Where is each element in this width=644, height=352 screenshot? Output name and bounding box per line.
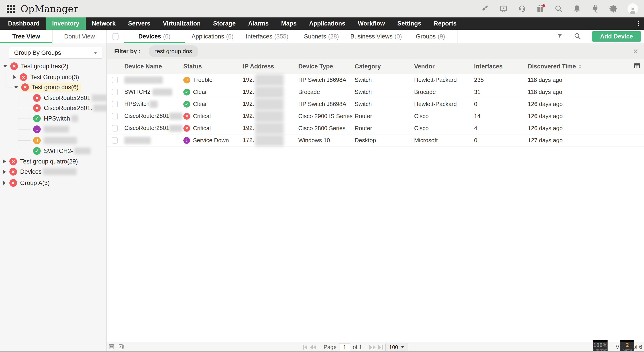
col-header-interfaces[interactable]: Interfaces (474, 63, 528, 70)
col-header-device-name[interactable]: Device Name (124, 63, 183, 70)
row-checkbox[interactable] (112, 101, 118, 107)
settings-gear-icon[interactable] (609, 4, 618, 13)
nav-applications[interactable]: Applications (303, 18, 352, 30)
col-header-discovered-time[interactable]: Discovered Time (528, 63, 634, 70)
caret-right-icon[interactable] (3, 170, 6, 174)
nav-maps[interactable]: Maps (275, 18, 303, 30)
gift-icon[interactable] (536, 4, 545, 13)
tree-item-test-group-uno[interactable]: × Test Group uno(3) (14, 72, 79, 82)
caret-right-icon[interactable] (3, 160, 6, 164)
gift-badge (542, 4, 545, 7)
tree-item-test-group-dos[interactable]: × Test group dos(6) (14, 82, 81, 92)
sort-icon[interactable] (578, 64, 582, 69)
demo-player-icon[interactable] (499, 4, 508, 13)
col-header-vendor[interactable]: Vendor (414, 63, 474, 70)
tree-item-device[interactable]: !! (33, 136, 77, 145)
cell-device-name[interactable] (124, 137, 183, 144)
export-excel-icon[interactable] (118, 344, 124, 351)
tree-item-device[interactable]: ✓ SWITCH2- (33, 146, 90, 156)
nav-workflow[interactable]: Workflow (352, 18, 391, 30)
nav-virtualization[interactable]: Virtualization (156, 18, 207, 30)
cell-discovered-time: 126 days ago (528, 101, 634, 108)
tab-devices[interactable]: Devices (6) (124, 30, 185, 43)
nav-overflow-kebab-icon[interactable] (635, 18, 642, 30)
notification-bell-icon[interactable] (572, 4, 582, 13)
tab-groups[interactable]: Groups (9) (404, 30, 458, 43)
row-checkbox[interactable] (112, 77, 118, 83)
alarms-count-overlay[interactable]: 2 Alarms (620, 340, 634, 352)
row-checkbox[interactable] (112, 113, 118, 120)
select-all-checkbox[interactable] (112, 33, 118, 40)
col-header-ip-address[interactable]: IP Address (243, 63, 298, 70)
global-search-icon[interactable] (554, 4, 563, 13)
tree-item-devices-group[interactable]: × Devices (3, 167, 76, 176)
tree-item-device[interactable]: × CiscoRouter2801. (33, 103, 110, 113)
caret-right-icon[interactable] (14, 75, 16, 79)
page-number-input[interactable] (339, 343, 350, 351)
cell-discovered-time: 127 days ago (528, 137, 634, 144)
filter-chip-test-group-dos[interactable]: test group dos (149, 46, 198, 57)
page-size-select[interactable]: 100 (385, 343, 408, 352)
table-row[interactable]: CiscoRouter2801 × Critical 192. Cisco 28… (107, 122, 644, 134)
nav-network[interactable]: Network (86, 18, 122, 30)
table-row[interactable]: ↓ Service Down 172. Windows 10 Desktop M… (107, 134, 644, 146)
cell-device-name[interactable]: CiscoRouter2801 (124, 124, 183, 132)
tab-applications[interactable]: Applications (6) (185, 30, 240, 43)
cell-category: Switch (355, 76, 414, 84)
caret-down-icon[interactable] (3, 65, 7, 68)
add-device-button[interactable]: Add Device (592, 31, 641, 42)
discovery-progress-overlay[interactable]: 100% Completed (593, 340, 608, 352)
tree-item-device[interactable]: ✓ HPSwitch (33, 114, 78, 123)
cell-device-name[interactable]: CiscoRouter2801 (124, 112, 183, 120)
tree-item-test-group-tres[interactable]: × Test group tres(2) (3, 62, 68, 71)
nav-reports[interactable]: Reports (428, 18, 463, 30)
caret-right-icon[interactable] (3, 181, 6, 185)
last-page-button[interactable] (378, 345, 382, 350)
column-chooser-icon[interactable] (634, 62, 644, 71)
next-page-button[interactable] (370, 345, 376, 350)
prev-page-button[interactable] (310, 345, 316, 350)
nav-inventory[interactable]: Inventory (46, 18, 86, 30)
user-avatar-icon[interactable] (628, 3, 638, 14)
support-headset-icon[interactable] (518, 4, 526, 13)
clear-status-icon: ✓ (33, 147, 41, 155)
app-grid-icon[interactable] (7, 5, 15, 13)
col-header-status[interactable]: Status (183, 63, 243, 70)
first-page-button[interactable] (303, 345, 307, 350)
table-row[interactable]: HPSwitch ✓ Clear 192. HP Switch J8698A S… (107, 98, 644, 110)
col-header-device-type[interactable]: Device Type (298, 63, 355, 70)
col-header-category[interactable]: Category (355, 63, 414, 70)
table-row[interactable]: SWITCH2- ✓ Clear 192. Brocade Switch Bro… (107, 86, 644, 98)
tab-business-views[interactable]: Business Views (0) (349, 30, 404, 43)
nav-alarms[interactable]: Alarms (242, 18, 275, 30)
cell-interfaces: 0 (474, 137, 528, 144)
caret-down-icon[interactable] (14, 86, 18, 88)
group-by-dropdown[interactable]: Group By Groups (9, 47, 102, 58)
filter-funnel-icon[interactable] (556, 33, 563, 40)
tab-interfaces[interactable]: Interfaces (355) (240, 30, 294, 43)
nav-servers[interactable]: Servers (122, 18, 156, 30)
cell-device-name[interactable] (124, 76, 183, 84)
tree-item-device[interactable]: × CiscoRouter2801 (33, 93, 108, 103)
nav-dashboard[interactable]: Dashboard (2, 18, 46, 30)
tree-item-device[interactable]: ↓ (33, 124, 69, 134)
close-icon[interactable]: × (633, 47, 638, 56)
row-checkbox[interactable] (112, 137, 118, 144)
tree-item-test-group-quatro[interactable]: × Test group quatro(29) (3, 157, 78, 166)
tab-subnets[interactable]: Subnets (28) (294, 30, 349, 43)
plugin-icon[interactable] (591, 4, 600, 13)
cell-device-name[interactable]: HPSwitch (124, 100, 183, 108)
nav-storage[interactable]: Storage (207, 18, 242, 30)
table-row[interactable]: !! Trouble 192. HP Switch J8698A Switch … (107, 74, 644, 86)
row-checkbox[interactable] (112, 89, 118, 95)
cell-device-name[interactable]: SWITCH2- (124, 88, 183, 96)
rocket-icon[interactable] (481, 4, 490, 13)
nav-settings[interactable]: Settings (391, 18, 428, 30)
search-icon[interactable] (574, 32, 581, 40)
tree-item-group-a[interactable]: × Group A(3) (3, 178, 50, 188)
row-checkbox[interactable] (112, 125, 118, 132)
tab-tree-view[interactable]: Tree View (0, 30, 52, 43)
table-row[interactable]: CiscoRouter2801 × Critical 192. Cisco 29… (107, 110, 644, 122)
export-csv-icon[interactable] (108, 344, 114, 351)
tab-donut-view[interactable]: Donut View (52, 30, 107, 43)
